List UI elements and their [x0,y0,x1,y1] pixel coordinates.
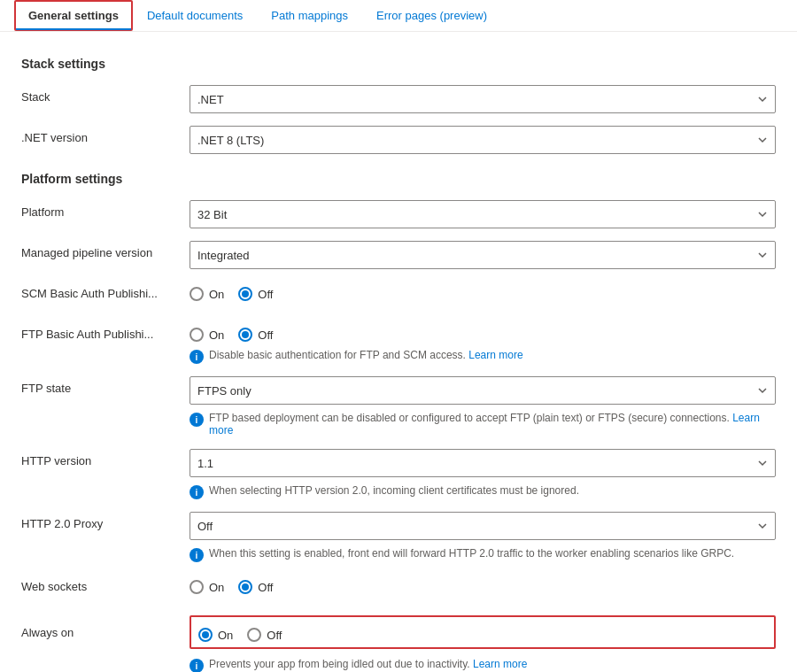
tab-default-documents[interactable]: Default documents [133,0,257,31]
scm-auth-on-radio[interactable] [190,287,204,301]
always-on-info: i Prevents your app from being idled out… [190,658,776,672]
always-on-learn-more-link[interactable]: Learn more [473,658,527,670]
scm-auth-on-option[interactable]: On [190,287,224,301]
tab-path-mappings[interactable]: Path mappings [257,0,362,31]
ftp-state-control: FTPS only All allowed Disabled i FTP bas… [190,376,776,436]
dotnet-version-field: .NET version .NET 8 (LTS) .NET 7 [21,126,776,154]
always-on-on-label: On [218,629,233,642]
always-on-off-radio[interactable] [247,628,261,642]
main-content: Stack settings Stack .NET Node Python .N… [0,32,797,672]
ftp-state-info-icon: i [190,413,204,427]
always-on-field: Always on On Off i [21,615,776,672]
websockets-on-label: On [209,581,224,594]
platform-control: 32 Bit 64 Bit [190,200,776,228]
pipeline-version-control: Integrated Classic [190,241,776,269]
tab-error-pages[interactable]: Error pages (preview) [362,0,501,31]
ftp-auth-learn-more-link[interactable]: Learn more [468,349,522,361]
always-on-info-text: Prevents your app from being idled out d… [209,658,527,670]
ftp-auth-label: FTP Basic Auth Publishi... [21,322,190,341]
http-proxy-info: i When this setting is enabled, front en… [190,547,776,562]
pipeline-version-select[interactable]: Integrated Classic [190,241,776,269]
ftp-auth-control: On Off i Disable basic authentication fo… [190,322,776,364]
scm-auth-off-label: Off [258,288,273,301]
dotnet-version-control: .NET 8 (LTS) .NET 7 [190,126,776,154]
http-proxy-control: Off On i When this setting is enabled, f… [190,512,776,562]
ftp-auth-info: i Disable basic authentication for FTP a… [190,349,776,364]
ftp-auth-on-label: On [209,328,224,342]
scm-auth-on-label: On [209,288,224,301]
ftp-state-info-text: FTP based deployment can be disabled or … [209,412,776,436]
always-on-off-label: Off [267,629,282,642]
platform-settings-section: Platform settings Platform 32 Bit 64 Bit… [21,172,776,672]
http-version-info-icon: i [190,485,204,499]
always-on-highlight-box: On Off [190,615,776,649]
always-on-control: On Off i Prevents your app from being id… [190,615,776,672]
websockets-on-radio[interactable] [190,580,204,594]
scm-auth-radio-group: On Off [190,282,776,301]
http-proxy-select[interactable]: Off On [190,512,776,540]
always-on-info-icon: i [190,659,204,672]
ftp-auth-radio-group: On Off [190,322,776,342]
scm-auth-off-option[interactable]: Off [238,287,273,301]
ftp-state-info: i FTP based deployment can be disabled o… [190,412,776,436]
stack-select[interactable]: .NET Node Python [190,85,776,113]
pipeline-version-field: Managed pipeline version Integrated Clas… [21,241,776,269]
scm-auth-control: On Off [190,282,776,301]
stack-settings-section: Stack settings Stack .NET Node Python .N… [21,57,776,154]
dotnet-version-select[interactable]: .NET 8 (LTS) .NET 7 [190,126,776,154]
http-version-info-text: When selecting HTTP version 2.0, incomin… [209,484,579,497]
http-version-select[interactable]: 1.1 2.0 [190,449,776,477]
always-on-radio-group: On Off [198,622,767,642]
websockets-field: Web sockets On Off [21,575,776,603]
ftp-auth-on-radio[interactable] [190,328,204,342]
ftp-auth-info-icon: i [190,350,204,364]
scm-auth-label: SCM Basic Auth Publishi... [21,282,190,300]
platform-settings-title: Platform settings [21,172,776,186]
ftp-auth-off-radio[interactable] [238,328,252,342]
ftp-auth-off-label: Off [258,328,273,342]
http-version-label: HTTP version [21,449,190,467]
stack-settings-title: Stack settings [21,57,776,71]
http-version-info: i When selecting HTTP version 2.0, incom… [190,484,776,499]
pipeline-version-label: Managed pipeline version [21,241,190,259]
websockets-label: Web sockets [21,575,190,593]
ftp-auth-field: FTP Basic Auth Publishi... On Off i Disa… [21,322,776,364]
websockets-off-radio[interactable] [238,580,252,594]
always-on-label: Always on [21,615,190,639]
platform-select[interactable]: 32 Bit 64 Bit [190,200,776,228]
ftp-auth-off-option[interactable]: Off [238,328,273,342]
stack-label: Stack [21,85,190,104]
http-proxy-label: HTTP 2.0 Proxy [21,512,190,530]
ftp-state-select[interactable]: FTPS only All allowed Disabled [190,376,776,405]
stack-control: .NET Node Python [190,85,776,113]
websockets-off-label: Off [258,581,273,594]
ftp-state-label: FTP state [21,376,190,395]
always-on-on-radio[interactable] [198,628,213,642]
ftp-state-field: FTP state FTPS only All allowed Disabled… [21,376,776,436]
tab-general-settings[interactable]: General settings [14,0,133,31]
tab-bar: General settings Default documents Path … [0,0,797,32]
ftp-state-learn-more-link[interactable]: Learn more [209,412,760,436]
scm-auth-field: SCM Basic Auth Publishi... On Off [21,282,776,310]
websockets-off-option[interactable]: Off [238,580,273,594]
stack-field: Stack .NET Node Python [21,85,776,113]
http-version-field: HTTP version 1.1 2.0 i When selecting HT… [21,449,776,499]
always-on-off-option[interactable]: Off [247,628,282,642]
platform-label: Platform [21,200,190,219]
websockets-control: On Off [190,575,776,594]
always-on-on-option[interactable]: On [198,628,233,642]
http-version-control: 1.1 2.0 i When selecting HTTP version 2.… [190,449,776,499]
http-proxy-info-text: When this setting is enabled, front end … [209,547,734,560]
dotnet-version-label: .NET version [21,126,190,144]
scm-auth-off-radio[interactable] [238,287,252,301]
ftp-auth-on-option[interactable]: On [190,328,224,342]
websockets-on-option[interactable]: On [190,580,224,594]
http-proxy-info-icon: i [190,548,204,562]
http-proxy-field: HTTP 2.0 Proxy Off On i When this settin… [21,512,776,562]
platform-field: Platform 32 Bit 64 Bit [21,200,776,228]
ftp-auth-info-text: Disable basic authentication for FTP and… [209,349,523,361]
websockets-radio-group: On Off [190,575,776,594]
